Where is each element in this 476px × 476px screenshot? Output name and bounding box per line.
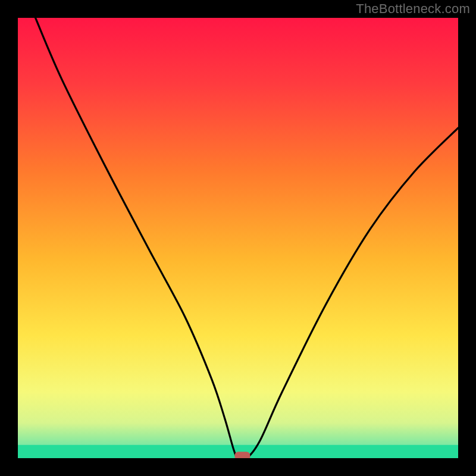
- gradient-background: [18, 18, 458, 458]
- chart-frame: TheBottleneck.com: [0, 0, 476, 476]
- bottleneck-chart: [18, 18, 458, 458]
- attribution-label: TheBottleneck.com: [356, 1, 470, 17]
- operating-point-marker: [234, 452, 250, 458]
- plot-area: [18, 18, 458, 458]
